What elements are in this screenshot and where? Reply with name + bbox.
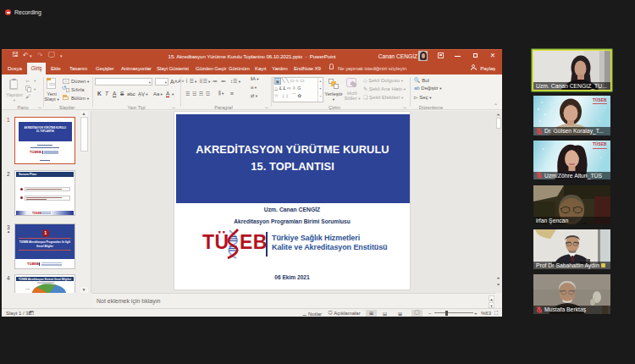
svg-text:%14: %14: [42, 283, 47, 285]
svg-text:%31: %31: [25, 288, 30, 290]
